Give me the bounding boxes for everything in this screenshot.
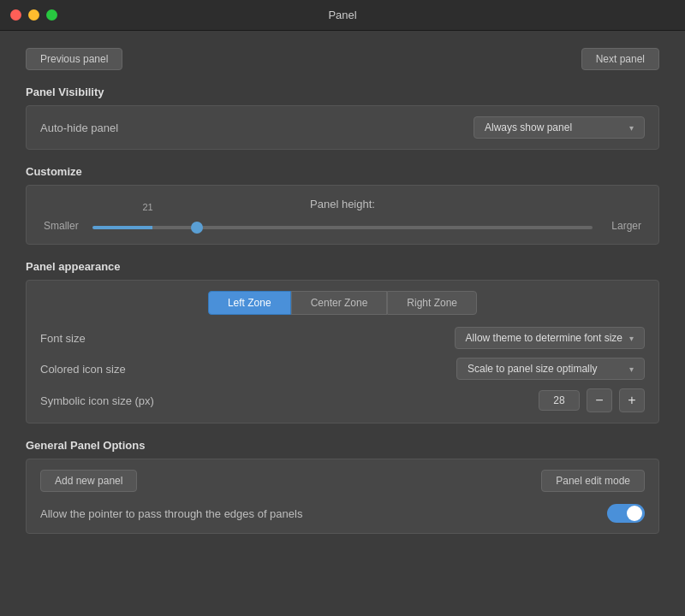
slider-value: 21 [142,202,152,212]
close-button[interactable] [10,9,21,21]
font-size-value: Allow theme to determine font size [466,332,622,344]
panel-appearance-card: Left Zone Center Zone Right Zone Font si… [26,280,659,424]
panel-visibility-card: Auto-hide panel Always show panel ▾ [26,105,659,150]
panel-edit-mode-button[interactable]: Panel edit mode [541,470,645,492]
add-new-panel-button[interactable]: Add new panel [40,470,137,492]
slider-max-label: Larger [603,220,641,232]
nav-buttons: Previous panel Next panel [26,48,659,70]
visibility-dropdown[interactable]: Always show panel ▾ [474,116,645,139]
visibility-dropdown-value: Always show panel [485,121,572,133]
chevron-down-icon: ▾ [629,364,634,374]
font-size-dropdown[interactable]: Allow theme to determine font size ▾ [455,327,645,349]
customize-title: Customize [26,165,659,178]
panel-appearance-title: Panel appearance [26,260,659,273]
pointer-label: Allow the pointer to pass through the ed… [40,507,302,520]
tab-left-zone[interactable]: Left Zone [208,291,291,315]
zone-tabs: Left Zone Center Zone Right Zone [40,291,645,315]
panel-appearance-section: Panel appearance Left Zone Center Zone R… [26,260,659,424]
symbolic-icon-decrease-button[interactable]: − [587,388,612,412]
symbolic-icon-value: 28 [539,390,580,411]
colored-icon-dropdown[interactable]: Scale to panel size optimally ▾ [456,358,645,380]
slider-wrapper: 21 [92,219,593,232]
toggle-knob [627,506,642,521]
symbolic-icon-row: Symbolic icon size (px) 28 − + [40,388,645,412]
font-size-label: Font size [40,332,86,345]
pointer-row: Allow the pointer to pass through the ed… [40,504,645,523]
maximize-button[interactable] [46,9,57,21]
pointer-toggle[interactable] [607,504,645,523]
chevron-down-icon: ▾ [629,123,634,133]
window-title: Panel [328,9,356,21]
titlebar: Panel [0,0,685,31]
auto-hide-label: Auto-hide panel [40,121,118,134]
previous-panel-button[interactable]: Previous panel [26,48,122,70]
colored-icon-value: Scale to panel size optimally [468,363,597,375]
appearance-rows: Font size Allow theme to determine font … [40,327,645,412]
general-section: General Panel Options Add new panel Pane… [26,439,659,534]
tab-right-zone[interactable]: Right Zone [387,291,477,315]
slider-row: Smaller 21 Larger [44,219,641,232]
next-panel-button[interactable]: Next panel [581,48,659,70]
main-content: Previous panel Next panel Panel Visibili… [0,31,685,616]
colored-icon-label: Colored icon size [40,363,126,376]
visibility-row: Auto-hide panel Always show panel ▾ [40,116,645,139]
tab-center-zone[interactable]: Center Zone [291,291,388,315]
chevron-down-icon: ▾ [629,334,634,343]
general-title: General Panel Options [26,439,659,452]
general-card: Add new panel Panel edit mode Allow the … [26,459,659,534]
window-controls [10,9,57,21]
panel-height-slider[interactable] [92,226,593,229]
general-buttons: Add new panel Panel edit mode [40,470,645,492]
slider-min-label: Smaller [44,220,82,232]
minus-icon: − [595,393,603,408]
symbolic-icon-label: Symbolic icon size (px) [40,394,154,407]
slider-title: Panel height: [44,198,641,210]
symbolic-icon-controls: 28 − + [539,388,645,412]
panel-height-card: Panel height: Smaller 21 Larger [26,185,659,245]
minimize-button[interactable] [28,9,39,21]
colored-icon-row: Colored icon size Scale to panel size op… [40,358,645,380]
symbolic-icon-increase-button[interactable]: + [619,388,645,412]
plus-icon: + [628,393,635,408]
font-size-row: Font size Allow theme to determine font … [40,327,645,349]
panel-visibility-title: Panel Visibility [26,86,659,98]
